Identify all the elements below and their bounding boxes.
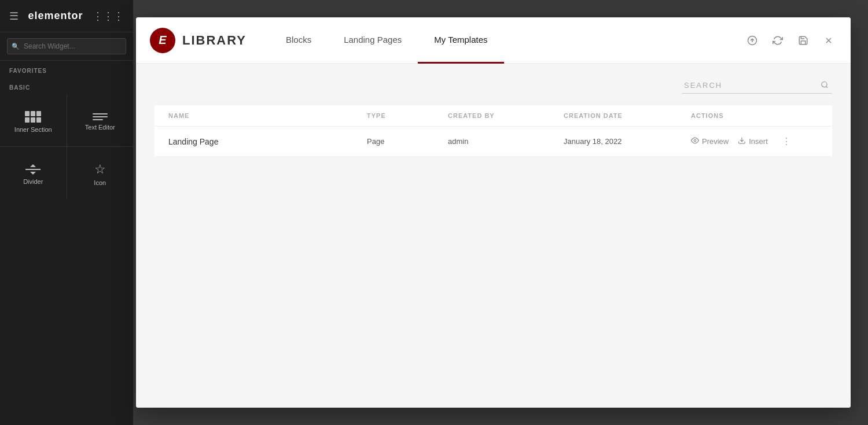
header-type: TYPE (367, 112, 448, 119)
search-widget-wrap: 🔍 (0, 32, 133, 61)
row-actions: Preview Insert ⋮ (691, 136, 818, 147)
elementor-logo: elementor (28, 10, 83, 22)
library-title: LIBRARY (182, 33, 247, 48)
modal-body: NAME TYPE CREATED BY CREATION DATE ACTIO… (136, 64, 851, 408)
basic-label: BASIC (0, 77, 133, 94)
text-editor-icon (93, 113, 108, 120)
row-creation-date: January 18, 2022 (564, 137, 691, 146)
modal-tabs: Blocks Landing Pages My Templates (270, 17, 744, 63)
insert-label: Insert (749, 137, 768, 146)
modal-header: E LIBRARY Blocks Landing Pages My Templa… (136, 17, 851, 64)
search-bar (682, 77, 832, 94)
row-created-by: admin (448, 137, 564, 146)
header-actions: ACTIONS (691, 112, 818, 119)
hamburger-icon[interactable]: ☰ (9, 10, 19, 23)
widget-divider[interactable]: Divider (0, 147, 67, 199)
close-button[interactable] (821, 32, 837, 49)
more-actions-button[interactable]: ⋮ (782, 136, 792, 147)
table-header: NAME TYPE CREATED BY CREATION DATE ACTIO… (155, 105, 832, 127)
sync-icon (773, 35, 783, 46)
inner-section-label: Inner Section (14, 126, 52, 133)
text-editor-label: Text Editor (85, 124, 115, 131)
preview-label: Preview (702, 137, 729, 146)
element-sidebar: ☰ elementor ⋮⋮⋮ 🔍 FAVORITES BASIC Inner … (0, 0, 133, 425)
grid-icon[interactable]: ⋮⋮⋮ (93, 10, 124, 23)
widget-grid: Inner Section Text Editor Divider (0, 94, 133, 199)
widget-text-editor[interactable]: Text Editor (67, 94, 134, 146)
preview-icon (691, 136, 699, 146)
search-bar-wrap (155, 77, 832, 94)
search-widget-icon: 🔍 (12, 43, 20, 50)
save-button[interactable] (795, 32, 811, 49)
header-creation-date: CREATION DATE (564, 112, 691, 119)
widget-inner-section[interactable]: Inner Section (0, 94, 67, 146)
close-icon (824, 36, 833, 45)
svg-point-8 (694, 139, 696, 142)
tab-my-templates[interactable]: My Templates (418, 17, 503, 64)
library-logo: E LIBRARY (150, 28, 247, 53)
elementor-e-icon: E (159, 34, 166, 47)
sidebar-header: ☰ elementor ⋮⋮⋮ (0, 0, 133, 32)
search-bar-icon (821, 81, 829, 91)
upload-icon (747, 35, 757, 46)
row-name: Landing Page (168, 137, 367, 146)
library-modal: E LIBRARY Blocks Landing Pages My Templa… (136, 17, 851, 408)
header-created-by: CREATED BY (448, 112, 564, 119)
sync-button[interactable] (770, 32, 786, 49)
favorites-label: FAVORITES (0, 61, 133, 77)
svg-point-6 (822, 82, 827, 87)
tab-blocks[interactable]: Blocks (270, 17, 328, 64)
modal-header-actions (744, 32, 837, 49)
widget-icon[interactable]: ☆ Icon (67, 147, 134, 199)
search-input[interactable] (682, 77, 832, 94)
insert-button[interactable]: Insert (738, 136, 768, 146)
icon-label: Icon (94, 179, 106, 186)
inner-section-icon (25, 111, 41, 123)
svg-line-7 (826, 86, 828, 88)
library-logo-circle: E (150, 28, 175, 53)
preview-button[interactable]: Preview (691, 136, 729, 146)
upload-button[interactable] (744, 32, 760, 49)
search-widget-input[interactable] (7, 38, 126, 54)
star-icon: ☆ (94, 163, 106, 176)
divider-icon (25, 164, 41, 175)
divider-label: Divider (23, 178, 43, 185)
header-name: NAME (168, 112, 367, 119)
save-icon (798, 35, 808, 46)
tab-landing-pages[interactable]: Landing Pages (328, 17, 418, 64)
templates-table: NAME TYPE CREATED BY CREATION DATE ACTIO… (155, 105, 832, 157)
table-row: Landing Page Page admin January 18, 2022… (155, 127, 832, 157)
row-type: Page (367, 137, 448, 146)
insert-icon (738, 136, 746, 146)
